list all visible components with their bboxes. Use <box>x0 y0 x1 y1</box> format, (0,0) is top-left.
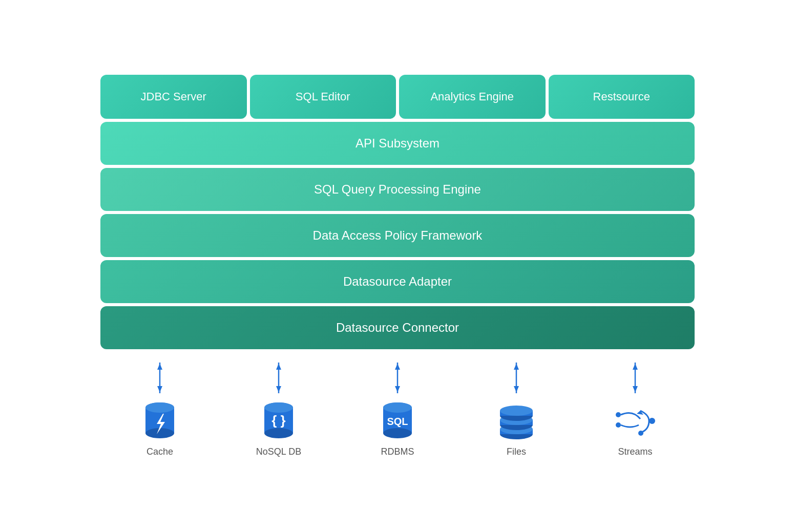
datasource-adapter-label: Datasource Adapter <box>343 274 452 288</box>
streams-label: Streams <box>618 446 652 457</box>
top-row: JDBC Server SQL Editor Analytics Engine … <box>100 75 695 119</box>
cache-arrow <box>154 363 166 393</box>
rdbms-label: RDBMS <box>381 446 414 457</box>
rdbms-item: SQL RDBMS <box>338 354 457 457</box>
jdbc-server-box: JDBC Server <box>100 75 247 119</box>
svg-point-35 <box>500 406 533 416</box>
cache-item: Cache <box>100 354 219 457</box>
files-label: Files <box>507 446 526 457</box>
svg-point-22 <box>383 402 412 413</box>
restsource-label: Restsource <box>593 90 650 103</box>
rdbms-icon: SQL <box>374 399 421 440</box>
svg-marker-25 <box>514 364 519 370</box>
svg-text:{ }: { } <box>271 413 285 428</box>
svg-marker-18 <box>395 386 400 392</box>
svg-point-40 <box>616 422 621 428</box>
nosql-icon: { } <box>256 399 302 440</box>
files-icon <box>493 399 539 440</box>
datasource-adapter-box: Datasource Adapter <box>100 260 695 303</box>
cache-icon <box>137 399 183 440</box>
diagram: JDBC Server SQL Editor Analytics Engine … <box>90 54 705 478</box>
datasource-connector-label: Datasource Connector <box>336 321 459 334</box>
icons-row: Cache <box>100 354 695 457</box>
streams-item: Streams <box>576 354 695 457</box>
svg-marker-26 <box>514 386 519 392</box>
nosql-arrow <box>273 363 285 393</box>
files-arrow <box>510 363 522 393</box>
svg-point-43 <box>638 431 643 436</box>
api-subsystem-box: API Subsystem <box>100 122 695 165</box>
svg-point-39 <box>616 412 621 417</box>
svg-text:SQL: SQL <box>387 416 408 427</box>
jdbc-server-label: JDBC Server <box>141 90 206 103</box>
restsource-box: Restsource <box>549 75 695 119</box>
svg-marker-37 <box>633 364 638 370</box>
analytics-engine-box: Analytics Engine <box>399 75 546 119</box>
svg-marker-10 <box>276 386 281 392</box>
sql-editor-label: SQL Editor <box>296 90 350 103</box>
datasource-connector-box: Datasource Connector <box>100 306 695 349</box>
files-item: Files <box>457 354 576 457</box>
sql-query-box: SQL Query Processing Engine <box>100 168 695 211</box>
nosql-item: { } NoSQL DB <box>219 354 338 457</box>
streams-icon <box>612 399 658 440</box>
sql-query-label: SQL Query Processing Engine <box>314 182 481 196</box>
svg-point-13 <box>264 428 293 438</box>
svg-marker-17 <box>395 364 400 370</box>
svg-point-42 <box>649 418 655 424</box>
analytics-engine-label: Analytics Engine <box>430 90 514 103</box>
nosql-label: NoSQL DB <box>256 446 301 457</box>
svg-marker-2 <box>157 386 162 392</box>
svg-marker-9 <box>276 364 281 370</box>
svg-point-21 <box>383 428 412 438</box>
svg-point-14 <box>264 402 293 413</box>
api-subsystem-label: API Subsystem <box>355 136 440 150</box>
cache-label: Cache <box>147 446 173 457</box>
svg-marker-1 <box>157 364 162 370</box>
streams-arrow <box>629 363 641 393</box>
data-access-box: Data Access Policy Framework <box>100 214 695 257</box>
data-access-label: Data Access Policy Framework <box>313 228 483 242</box>
svg-marker-38 <box>633 386 638 392</box>
svg-point-6 <box>145 402 174 413</box>
sql-editor-box: SQL Editor <box>250 75 396 119</box>
rdbms-arrow <box>391 363 404 393</box>
bottom-section: Datasource Connector <box>100 306 695 457</box>
